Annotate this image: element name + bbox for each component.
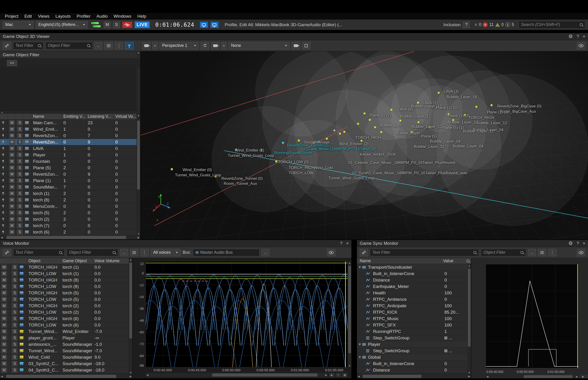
- object-label[interactable]: TORCH_LOW: [289, 171, 314, 175]
- object-label[interactable]: Kelder_AmbiX_2504: [360, 152, 396, 157]
- voice-row[interactable]: MSTORCH_HIGHtorch (5)0.0: [0, 290, 129, 296]
- settings-icon[interactable]: ⚙: [568, 34, 573, 39]
- scroll-thumb[interactable]: [524, 375, 573, 378]
- game-object-marker[interactable]: [298, 140, 300, 142]
- switch-value-more[interactable]: ...: [449, 348, 452, 353]
- mute-button[interactable]: M: [9, 185, 15, 190]
- mute-button[interactable]: M: [1, 335, 7, 341]
- bus-browse-button[interactable]: ...: [262, 249, 269, 256]
- scroll-up-icon[interactable]: ▲: [130, 258, 132, 261]
- object-label[interactable]: LAVA (3): [444, 89, 459, 94]
- solo-button[interactable]: S: [12, 297, 18, 302]
- mute-button[interactable]: M: [9, 133, 15, 138]
- solo-button[interactable]: S: [17, 152, 22, 157]
- object-label[interactable]: Bubble_Layer_12: [412, 124, 442, 129]
- filter-settings-button[interactable]: [538, 249, 546, 256]
- game-sync-row[interactable]: RTPC_Ambience0: [357, 296, 468, 303]
- solo-button[interactable]: S: [17, 178, 22, 183]
- warning-icon[interactable]: [495, 23, 500, 27]
- scroll-down-icon[interactable]: ▼: [137, 232, 140, 235]
- overflow-menu-button[interactable]: ⋮: [115, 42, 123, 49]
- game-object-row[interactable]: MSReverbZon...070: [0, 133, 137, 139]
- voice-row[interactable]: MSambisonics_...SoundManager-1.0: [0, 341, 129, 348]
- game-object-marker[interactable]: [417, 102, 419, 104]
- game-object-row[interactable]: MStorch (8)200: [0, 197, 137, 203]
- game-object-row[interactable]: MStorch (5)200: [0, 210, 137, 216]
- mute-button[interactable]: M: [1, 284, 7, 289]
- panel-header[interactable]: Game Sync Monitor ⚙ ? ×: [357, 240, 588, 247]
- game-object-row[interactable]: MSSoundMan...700: [0, 184, 137, 190]
- object-label[interactable]: Room_Tunnel_Aux: [224, 181, 257, 186]
- mute-button[interactable]: M: [1, 316, 7, 321]
- game-sync-row[interactable]: RTPC_Music100: [357, 316, 468, 322]
- pin-icon[interactable]: [1, 166, 5, 170]
- object-label[interactable]: Bubble_Layer_: [396, 131, 422, 135]
- collapse-icon[interactable]: ▼: [357, 355, 362, 359]
- game-object-marker[interactable]: [475, 106, 477, 108]
- mute-button[interactable]: M: [9, 146, 15, 151]
- more-options-button[interactable]: ...: [120, 249, 128, 256]
- solo-button[interactable]: S: [12, 342, 18, 347]
- game-sync-row[interactable]: Built_in_listenerCone0: [357, 361, 468, 367]
- scroll-thumb[interactable]: [137, 121, 140, 190]
- viewport-3d[interactable]: +++ LAVA (3)Bubble_Layer_16LAVA (2)Rever…: [140, 51, 588, 240]
- object-label[interactable]: Bubble_Layer_12: [477, 121, 507, 125]
- object-label[interactable]: Bubble_La...: [380, 123, 402, 128]
- mute-button[interactable]: M: [1, 323, 7, 328]
- scroll-right-icon[interactable]: ▶: [129, 375, 133, 378]
- scroll-down-icon[interactable]: ▼: [468, 371, 471, 374]
- mute-button[interactable]: M: [1, 297, 7, 302]
- mute-button[interactable]: M: [9, 165, 15, 170]
- voices-filter-select[interactable]: All voices: [151, 249, 180, 256]
- object-label[interactable]: Wind_Emitter (2): [339, 142, 369, 146]
- game-object-row[interactable]: MStorch (1)200: [0, 190, 137, 197]
- pin-icon[interactable]: [1, 205, 5, 208]
- game-object-marker[interactable]: [357, 123, 359, 125]
- crosshair-marker[interactable]: +: [333, 127, 336, 134]
- scroll-thumb[interactable]: [129, 263, 132, 339]
- object-label[interactable]: Plane (5) (1): [442, 126, 464, 130]
- close-icon[interactable]: ×: [583, 241, 585, 246]
- mute-button[interactable]: M: [9, 210, 15, 215]
- solo-button[interactable]: S: [17, 210, 22, 215]
- solo-button[interactable]: S: [17, 165, 22, 170]
- mute-button[interactable]: M: [9, 140, 15, 145]
- game-sync-row[interactable]: Health100: [357, 290, 468, 296]
- game-object-row[interactable]: MSMenuContr...000: [0, 203, 137, 210]
- vertical-scrollbar[interactable]: ▲ ▼: [468, 264, 471, 374]
- pin-icon[interactable]: [1, 173, 5, 176]
- scroll-left-icon[interactable]: ◀: [0, 375, 4, 378]
- search-icon[interactable]: [466, 259, 470, 263]
- settings-icon[interactable]: ⚙: [568, 240, 573, 246]
- zoom-fit-button[interactable]: ▦: [342, 373, 347, 377]
- splitter[interactable]: ▲: [0, 111, 140, 114]
- search-input[interactable]: [521, 22, 578, 27]
- mute-button[interactable]: M: [9, 204, 15, 209]
- solo-button[interactable]: S: [12, 361, 18, 366]
- mute-button[interactable]: M: [9, 178, 15, 183]
- help-button[interactable]: ?: [463, 21, 470, 28]
- solo-button[interactable]: S: [12, 329, 18, 334]
- object-label[interactable]: TORCH_LOW (0): [278, 160, 309, 164]
- vertical-scrollbar[interactable]: ▲ ▼: [348, 261, 352, 367]
- mute-button[interactable]: M: [9, 197, 15, 203]
- clear-messages-icon[interactable]: ×: [474, 22, 477, 28]
- help-icon[interactable]: ?: [576, 241, 579, 246]
- scroll-down-icon[interactable]: ▼: [130, 371, 132, 374]
- table-header[interactable]: ObjectGame ObjectVoice Volume: [0, 258, 129, 264]
- game-sync-row[interactable]: RTPC_KICK85.20...: [357, 309, 468, 316]
- text-filter-input[interactable]: [372, 250, 471, 255]
- object-label[interactable]: Tunnel_Wind_Gusts_Loop: [228, 153, 274, 158]
- menu-item-windows[interactable]: Windows: [111, 14, 134, 19]
- object-label[interactable]: LAVA (0): [398, 107, 413, 112]
- table-header[interactable]: Name Value: [357, 258, 471, 264]
- language-select[interactable]: English(US) (Refere...: [36, 21, 88, 28]
- solo-button[interactable]: S: [12, 265, 18, 270]
- scroll-up-icon[interactable]: ▲: [349, 262, 351, 264]
- error-icon[interactable]: ×: [483, 22, 488, 27]
- object-label[interactable]: Bubble_Layer_12: [448, 120, 478, 125]
- close-icon[interactable]: ×: [346, 241, 349, 246]
- game-object-row[interactable]: MSMain Cam...0230: [0, 120, 137, 126]
- help-icon[interactable]: ?: [340, 241, 342, 246]
- filter-settings-button[interactable]: [130, 249, 138, 256]
